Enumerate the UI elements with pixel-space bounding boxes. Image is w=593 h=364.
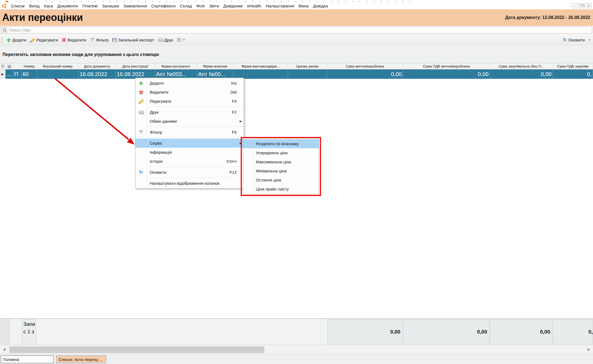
column-header-number[interactable]: Номер bbox=[21, 63, 37, 69]
refresh-caret-icon[interactable]: ▾ bbox=[589, 38, 590, 41]
context-filter[interactable]: Фільтр F5 bbox=[135, 128, 244, 137]
table-header-row: ІД Номер Внутрішній номер Дата документу… bbox=[0, 63, 593, 69]
cell-price-condition[interactable] bbox=[288, 69, 327, 79]
menu-ehealth[interactable]: eHealth bbox=[245, 3, 264, 9]
context-refresh[interactable]: ↻ Оновити F12 bbox=[135, 168, 244, 177]
menu-sklad[interactable]: Склад bbox=[178, 3, 194, 9]
cell-number[interactable]: 60 bbox=[21, 69, 37, 79]
cell-contractor[interactable]: Апт №003... bbox=[155, 69, 197, 79]
column-header-id[interactable]: ІД bbox=[5, 63, 13, 69]
search-box[interactable] bbox=[1, 26, 592, 33]
refresh-icon: ↻ bbox=[139, 170, 143, 174]
menu-vykhid[interactable]: Вихід bbox=[27, 3, 42, 9]
title-band: Акти переоцінки Дата документу: 12.08.20… bbox=[0, 9, 593, 26]
cell-type[interactable]: П bbox=[13, 69, 21, 79]
export-button-label: Загальний експорт bbox=[118, 38, 154, 42]
menu-dovidka[interactable]: Довідка bbox=[311, 3, 330, 9]
column-header-sum-purchase[interactable]: Сума закупівельна (без П... bbox=[490, 63, 553, 69]
column-header-reg-date[interactable]: Дата реєстрації bbox=[116, 63, 155, 69]
minimize-button[interactable]: – bbox=[572, 3, 578, 8]
horizontal-scrollbar[interactable]: < > bbox=[0, 345, 593, 354]
export-button[interactable]: Загальний експорт bbox=[110, 37, 156, 43]
column-chooser-button[interactable] bbox=[0, 63, 5, 69]
printer-icon bbox=[139, 110, 143, 114]
context-print[interactable]: Друк F2 bbox=[135, 108, 244, 117]
submenu-max-price[interactable]: Максимальна ціна bbox=[243, 157, 319, 166]
context-data-exchange[interactable]: Обмін даними ▶ bbox=[135, 117, 244, 126]
menu-zvity[interactable]: Звіти bbox=[207, 3, 221, 9]
submenu-arrow-icon: ▶ bbox=[240, 120, 242, 123]
submenu-pricelist-price[interactable]: Ціна прайс-листу bbox=[243, 184, 319, 194]
tab-home[interactable]: Головна bbox=[1, 355, 54, 363]
row-marker-icon: ▶ bbox=[0, 69, 5, 79]
cell-doc-date[interactable]: 16.08.2022 bbox=[79, 69, 116, 79]
context-data-exchange-label: Обмін даними bbox=[150, 119, 177, 124]
menu-nalashtuvannia[interactable]: Налаштування bbox=[264, 3, 296, 9]
context-configure-columns[interactable]: Налаштувати відображення колонок bbox=[135, 179, 244, 188]
menu-zalyshky[interactable]: Залишки bbox=[100, 3, 121, 9]
cell-id[interactable]: ... bbox=[5, 69, 13, 79]
submenu-split-by-owner[interactable]: Розділити по власнику bbox=[243, 139, 319, 148]
submenu-average-price[interactable]: Усереднена ціна bbox=[243, 148, 319, 157]
view-options-button[interactable]: ▾ bbox=[175, 37, 187, 43]
search-input[interactable] bbox=[7, 27, 592, 33]
cell-consignee[interactable] bbox=[234, 69, 288, 79]
submenu-min-price-label: Мінімальна ціна bbox=[256, 169, 287, 173]
menu-dokumenty[interactable]: Документи bbox=[55, 3, 80, 9]
column-header-sum-vat-customs[interactable]: Сума ПДВ митна/виробника bbox=[403, 63, 490, 69]
scroll-right-arrow[interactable]: > bbox=[584, 345, 592, 354]
cell-sum-purchase[interactable]: 0,00 bbox=[490, 69, 553, 79]
refresh-button-label: Оновити bbox=[569, 38, 585, 42]
context-service[interactable]: Сервіс ▶ bbox=[135, 139, 244, 148]
filter-button[interactable]: Фільтр bbox=[88, 37, 110, 43]
context-information[interactable]: Інформація bbox=[135, 148, 244, 157]
context-add[interactable]: Додати Ins bbox=[135, 79, 244, 88]
cell-sum-vat-customs[interactable]: 0,00 bbox=[403, 69, 490, 79]
column-header-internal-number[interactable]: Внутрішній номер bbox=[37, 63, 79, 69]
column-header-sum-vat-purchase[interactable]: Сума ПДВ закупіве bbox=[553, 63, 593, 69]
scrollbar-thumb[interactable] bbox=[9, 346, 264, 353]
restore-icon bbox=[580, 5, 583, 7]
menu-vikna[interactable]: Вікна bbox=[296, 3, 311, 9]
context-history[interactable]: Історія Ctrl+I bbox=[135, 157, 244, 166]
column-header-contractor[interactable]: Фірма-контрагент bbox=[155, 63, 197, 69]
menu-filii[interactable]: Філії bbox=[194, 3, 207, 9]
cell-sum-vat-purchase[interactable]: 0, bbox=[553, 69, 593, 79]
delete-button[interactable]: Видалити bbox=[60, 37, 88, 43]
cell-sum-customs[interactable]: 0,00 bbox=[327, 69, 403, 79]
menu-dovidnyky[interactable]: Довідники bbox=[221, 3, 245, 9]
menu-spisok[interactable]: Список bbox=[9, 3, 27, 9]
context-delete[interactable]: Видалити Del bbox=[135, 88, 244, 97]
submenu-last-price[interactable]: Остання ціна bbox=[243, 175, 319, 184]
tab-lists-acts[interactable]: Списки: Акти переоц ... bbox=[56, 355, 106, 363]
print-button[interactable]: Друк bbox=[156, 37, 175, 43]
edit-button[interactable]: Редагувати bbox=[28, 37, 60, 43]
column-header-sum-customs[interactable]: Сума митна/виробника bbox=[327, 63, 403, 69]
restore-button[interactable] bbox=[579, 3, 584, 8]
cell-internal-number[interactable] bbox=[37, 69, 79, 79]
context-history-shortcut: Ctrl+I bbox=[227, 159, 244, 164]
column-header-price-condition[interactable]: Цінова умова bbox=[288, 63, 327, 69]
toolbar-grip-handle[interactable] bbox=[1, 37, 2, 43]
column-header-doc-date[interactable]: Дата документу bbox=[79, 63, 116, 69]
scroll-left-arrow[interactable]: < bbox=[1, 345, 9, 354]
context-filter-shortcut: F5 bbox=[232, 130, 244, 135]
cell-owner[interactable]: Апт №00... bbox=[197, 69, 234, 79]
menu-kasa[interactable]: Каса bbox=[42, 3, 55, 9]
menu-platezhi[interactable]: Платежі bbox=[80, 3, 100, 9]
column-header-consignee[interactable]: Фірма-вантажоодерж... bbox=[234, 63, 288, 69]
refresh-button[interactable]: ↻ Оновити bbox=[561, 37, 587, 43]
menu-sertyfikaty[interactable]: Сертифікати bbox=[149, 3, 178, 9]
context-edit[interactable]: Редагувати F4 bbox=[135, 97, 244, 106]
menu-zamovlennia[interactable]: Замовлення bbox=[121, 3, 149, 9]
table-row[interactable]: ▶ ... П 60 16.08.2022 16.08.2022 Апт №00… bbox=[0, 69, 593, 79]
clipped-title-strip bbox=[0, 0, 593, 2]
column-header-blank[interactable] bbox=[13, 63, 21, 69]
submenu-min-price[interactable]: Мінімальна ціна bbox=[243, 166, 319, 175]
column-header-owner[interactable]: Фірма-власник bbox=[197, 63, 234, 69]
add-button[interactable]: Додати bbox=[5, 37, 28, 43]
group-by-panel[interactable]: Перетягніть заголовок колонки сюди для у… bbox=[0, 45, 593, 63]
print-button-label: Друк bbox=[164, 38, 173, 42]
close-button[interactable]: ✕ bbox=[586, 3, 591, 8]
cell-reg-date[interactable]: 16.08.2022 bbox=[116, 69, 155, 79]
